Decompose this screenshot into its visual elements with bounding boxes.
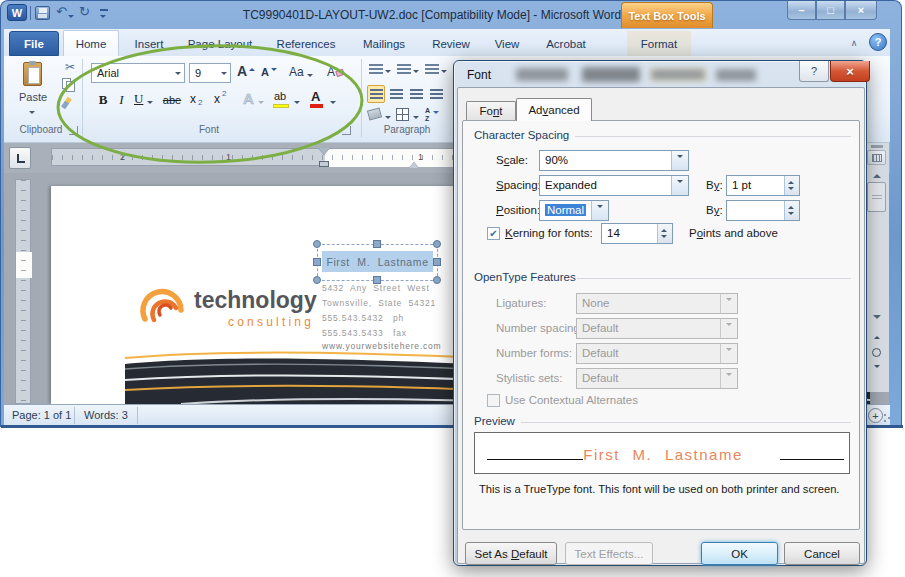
cut-button[interactable]: ✂ (60, 59, 80, 75)
multilevel-list-button[interactable] (423, 60, 449, 80)
clipboard-dialog-launcher[interactable] (69, 126, 78, 135)
dialog-help-button[interactable]: ? (799, 61, 829, 82)
dialog-tab-font[interactable]: Font (466, 101, 516, 120)
company-logo-text[interactable]: technology (194, 287, 317, 314)
vertical-scrollbar[interactable] (865, 143, 889, 392)
scrollbar-thumb[interactable] (867, 182, 886, 212)
set-as-default-button[interactable]: Set As Default (465, 542, 557, 565)
minimize-button[interactable]: – (787, 1, 816, 20)
font-dialog[interactable]: Font ? × Font Advanced Character Spacing… (453, 60, 867, 566)
tab-mailings[interactable]: Mailings (349, 31, 419, 56)
shrink-font-button[interactable]: A (259, 65, 279, 83)
scroll-up-button[interactable] (867, 167, 886, 180)
spacing-by-spinner[interactable]: 1 pt (726, 175, 800, 196)
scroll-down-button[interactable] (867, 312, 886, 325)
tab-review[interactable]: Review (421, 31, 481, 56)
align-center-button[interactable] (387, 85, 405, 103)
undo-dropdown-arrow[interactable] (68, 15, 74, 21)
highlight-arrow[interactable] (294, 101, 300, 107)
split-handle[interactable] (871, 145, 883, 148)
previous-page-button[interactable] (867, 329, 886, 343)
tab-insert[interactable]: Insert (123, 31, 175, 56)
company-logo-swirl-icon[interactable] (133, 279, 191, 337)
company-logo-subtext[interactable]: consulting (228, 315, 314, 329)
ok-button[interactable]: OK (701, 542, 778, 565)
scale-combo-arrow[interactable] (671, 151, 688, 170)
tab-view[interactable]: View (483, 31, 531, 56)
font-size-combo[interactable]: 9 (189, 63, 231, 83)
hanging-indent-marker[interactable] (409, 157, 419, 168)
numbering-button[interactable] (395, 60, 421, 80)
save-icon[interactable] (35, 6, 50, 20)
shading-button[interactable] (367, 107, 393, 124)
borders-arrow[interactable] (413, 116, 419, 122)
zoom-in-button[interactable]: + (868, 408, 883, 423)
superscript-button[interactable]: x 2 (211, 89, 233, 111)
titlebar[interactable]: TC9990401D-LAYOUT-UW2.doc [Compatibility… (1, 1, 903, 29)
cancel-button[interactable]: Cancel (784, 542, 860, 565)
clear-formatting-button[interactable]: A (324, 63, 348, 83)
change-case-button[interactable]: Aa (286, 63, 318, 83)
selection-handle[interactable] (433, 258, 441, 266)
font-color-arrow[interactable] (330, 101, 336, 107)
spacing-combo-arrow[interactable] (671, 176, 688, 195)
address-line[interactable]: 555.543.5433 fax (322, 328, 407, 338)
undo-button[interactable]: ↶ (55, 4, 76, 22)
help-icon[interactable]: ? (869, 33, 887, 51)
tab-home[interactable]: Home (63, 30, 119, 56)
selection-handle[interactable] (313, 258, 321, 266)
resize-grip[interactable] (883, 413, 891, 423)
position-by-arrows[interactable] (784, 201, 799, 220)
text-effects-button[interactable]: A (239, 89, 267, 111)
select-browse-object-button[interactable] (867, 345, 886, 359)
bullets-button[interactable] (367, 60, 393, 80)
numbering-arrow[interactable] (413, 70, 419, 76)
font-color-button[interactable]: A (307, 89, 339, 111)
kerning-arrows[interactable] (657, 224, 672, 243)
italic-button[interactable]: I (114, 89, 129, 111)
selection-handle[interactable] (313, 276, 321, 284)
redo-button[interactable]: ↻ (79, 4, 95, 22)
position-combo[interactable]: Normal (539, 200, 609, 221)
align-left-button[interactable] (367, 85, 385, 103)
copy-button[interactable] (62, 78, 78, 92)
selection-handle[interactable] (313, 240, 321, 248)
spacing-combo[interactable]: Expanded (539, 175, 689, 196)
position-by-spinner[interactable] (726, 200, 800, 221)
format-painter-button[interactable] (62, 96, 78, 110)
position-combo-arrow[interactable] (591, 201, 608, 220)
highlight-button[interactable]: ab (271, 89, 303, 111)
tab-page-layout[interactable]: Page Layout (177, 31, 263, 56)
borders-button[interactable] (395, 107, 421, 124)
view-ruler-toggle-button[interactable] (867, 150, 886, 165)
tab-references[interactable]: References (265, 31, 347, 56)
clipboard-paste-button[interactable]: Paste (11, 60, 55, 122)
selection-handle[interactable] (433, 276, 441, 284)
spacing-by-arrows[interactable] (784, 176, 799, 195)
grow-font-button[interactable]: A (235, 63, 257, 83)
paste-dropdown-arrow[interactable] (29, 111, 35, 117)
bold-button[interactable]: B (94, 89, 112, 111)
subscript-button[interactable]: x 2 (187, 89, 209, 111)
address-line[interactable]: Townsville, State 54321 (322, 298, 436, 308)
address-line[interactable]: 5432 Any Street West (322, 283, 430, 293)
tab-format[interactable]: Format (627, 31, 691, 56)
justify-button[interactable] (427, 85, 445, 103)
address-line[interactable]: 555.543.5432 ph (322, 313, 404, 323)
dialog-tab-advanced[interactable]: Advanced (516, 98, 592, 121)
next-page-button[interactable] (867, 361, 886, 375)
scale-combo[interactable]: 90% (539, 150, 689, 171)
first-line-indent-marker[interactable] (318, 148, 330, 161)
bullets-arrow[interactable] (385, 70, 391, 76)
align-right-button[interactable] (407, 85, 425, 103)
selection-handle[interactable] (433, 240, 441, 248)
sort-button[interactable]: A Z (423, 107, 443, 124)
status-page-count[interactable]: Page: 1 of 1 (12, 409, 71, 421)
font-name-combo[interactable]: Arial (91, 63, 185, 83)
kerning-spinner[interactable]: 14 (601, 223, 673, 244)
maximize-button[interactable]: □ (816, 1, 845, 20)
status-word-count[interactable]: Words: 3 (84, 409, 128, 421)
underline-button[interactable]: U (131, 89, 157, 111)
selection-handle[interactable] (373, 276, 381, 284)
font-name-arrow[interactable] (175, 72, 181, 78)
